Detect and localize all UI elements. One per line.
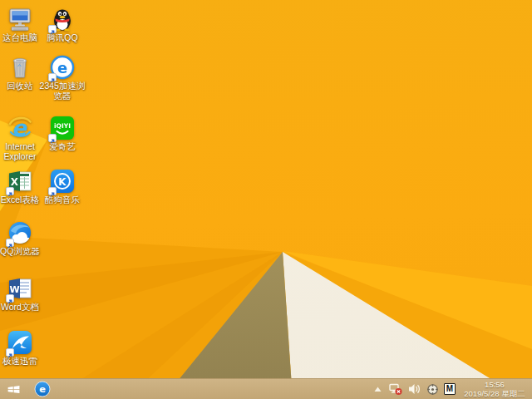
- svg-text:X: X: [11, 176, 19, 188]
- qq-penguin-icon: [50, 7, 75, 32]
- qq-browser-icon: [7, 220, 32, 245]
- input-method-indicator[interactable]: M: [444, 383, 456, 395]
- windows-logo-icon: [7, 383, 21, 396]
- speaker-icon: [408, 383, 421, 395]
- clock-time: 15:56: [461, 380, 529, 389]
- shortcut-arrow-icon: [48, 187, 57, 195]
- taskbar-clock[interactable]: 15:56 2019/5/28 星期二: [461, 380, 529, 398]
- chevron-up-icon: [374, 387, 382, 392]
- iqiyi-icon: iQIYI: [50, 116, 75, 140]
- this-pc-icon: [7, 7, 32, 32]
- svg-text:iQIYI: iQIYI: [54, 122, 71, 130]
- word-icon: W: [7, 276, 32, 301]
- kugou-music-icon: K: [50, 169, 75, 194]
- desktop-icon-tencent-qq[interactable]: 腾讯QQ: [36, 7, 89, 43]
- icon-label: 2345加速浏: [36, 81, 89, 91]
- volume-button[interactable]: [407, 382, 421, 396]
- icon-label-line2: Explorer: [0, 152, 47, 162]
- utility-tray-button[interactable]: [426, 382, 439, 396]
- xunlei-bird-icon: [7, 330, 32, 355]
- network-disconnected-icon: [389, 382, 402, 396]
- desktop-icon-iqiyi[interactable]: iQIYI 爱奇艺: [36, 116, 89, 152]
- shortcut-arrow-icon: [6, 348, 14, 357]
- desktop-icon-2345-browser[interactable]: e 2345加速浏 览器: [36, 55, 89, 101]
- icon-label: 爱奇艺: [36, 142, 89, 152]
- desktop-icon-kugou[interactable]: K 酷狗音乐: [36, 169, 89, 205]
- taskbar: e: [0, 378, 532, 399]
- shortcut-arrow-icon: [6, 294, 14, 303]
- icon-label: 酷狗音乐: [36, 195, 89, 205]
- taskbar-app-2345-browser[interactable]: e: [32, 379, 53, 399]
- svg-text:e: e: [57, 59, 67, 76]
- browser-e-icon: e: [34, 381, 51, 397]
- desktop-icon-xunlei[interactable]: 极速迅雷: [0, 330, 47, 367]
- system-tray: M 15:56 2019/5/28 星期二: [371, 380, 532, 398]
- shortcut-arrow-icon: [6, 187, 14, 195]
- shortcut-arrow-icon: [48, 73, 57, 81]
- icon-label-line2: 览器: [36, 91, 89, 101]
- excel-icon: X: [7, 169, 32, 194]
- icon-label: 腾讯QQ: [36, 33, 89, 43]
- network-status-button[interactable]: [389, 382, 402, 396]
- start-button[interactable]: [0, 379, 27, 399]
- svg-text:W: W: [9, 284, 19, 295]
- show-hidden-icons-button[interactable]: [371, 382, 384, 396]
- svg-text:K: K: [58, 176, 66, 188]
- svg-text:e: e: [39, 383, 46, 395]
- desktop-icon-word[interactable]: W Word文档: [0, 276, 47, 313]
- shortcut-arrow-icon: [48, 25, 57, 33]
- recycle-bin-icon: [7, 55, 32, 80]
- desktop-icon-qq-browser[interactable]: QQ浏览器: [0, 220, 47, 257]
- shortcut-arrow-icon: [48, 134, 57, 142]
- 2345-browser-icon: e: [50, 55, 75, 80]
- shortcut-arrow-icon: [6, 239, 14, 247]
- internet-explorer-icon: e: [7, 116, 32, 140]
- clock-date: 2019/5/28 星期二: [461, 389, 529, 398]
- crosshair-circle-icon: [426, 383, 439, 396]
